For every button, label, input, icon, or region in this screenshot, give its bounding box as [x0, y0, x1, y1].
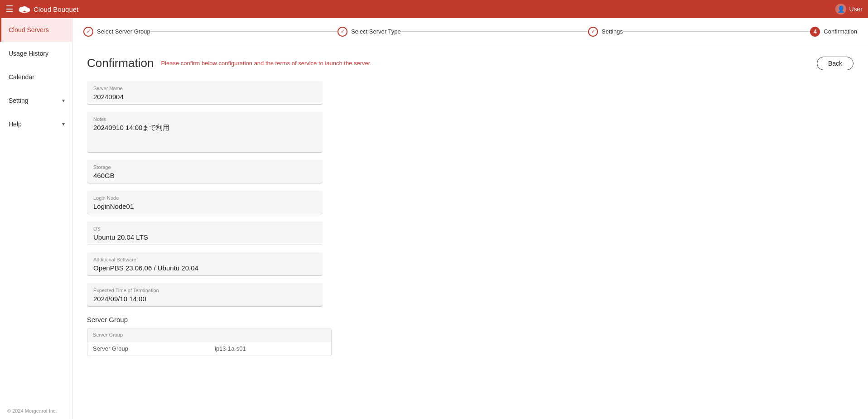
- step-settings: ✓ Settings: [588, 27, 623, 37]
- form-section: Server Name 20240904 Notes 20240910 14:0…: [87, 81, 323, 307]
- table-data-col2: ip13-1a-s01: [209, 342, 331, 356]
- step-select-server-type: ✓ Select Server Type: [338, 27, 401, 37]
- field-label-expected-time: Expected Time of Termination: [93, 288, 316, 293]
- field-label-server-name: Server Name: [93, 86, 316, 91]
- step-check-icon-2: ✓: [338, 27, 347, 37]
- page-title: Confirmation: [87, 56, 154, 70]
- brand-logo-icon: [18, 5, 31, 14]
- field-label-notes: Notes: [93, 116, 316, 122]
- sidebar-item-label-cloud-servers: Cloud Servers: [9, 26, 49, 34]
- field-value-expected-time: 2024/09/10 14:00: [93, 295, 316, 303]
- app-body: Cloud Servers Usage History Calendar Set…: [0, 18, 868, 419]
- step-connector-3: [623, 31, 810, 32]
- field-group-os: OS Ubuntu 20.04 LTS: [87, 222, 323, 245]
- field-group-notes: Notes 20240910 14:00まで利用: [87, 112, 323, 153]
- field-label-os: OS: [93, 226, 316, 231]
- table-data-row: Server Group ip13-1a-s01: [87, 342, 331, 356]
- field-value-additional-software: OpenPBS 23.06.06 / Ubuntu 20.04: [93, 264, 316, 272]
- sidebar-item-calendar[interactable]: Calendar: [0, 65, 72, 89]
- sidebar-item-help[interactable]: Help ▾: [0, 112, 72, 136]
- field-value-storage: 460GB: [93, 172, 316, 179]
- sidebar-item-setting[interactable]: Setting ▾: [0, 89, 72, 112]
- field-value-os: Ubuntu 20.04 LTS: [93, 233, 316, 241]
- page-content: Confirmation Please confirm below config…: [72, 45, 868, 419]
- step-label-4: Confirmation: [824, 28, 857, 35]
- sidebar-item-label-calendar: Calendar: [9, 73, 34, 81]
- step-number-icon-4: 4: [810, 27, 820, 37]
- field-group-expected-time: Expected Time of Termination 2024/09/10 …: [87, 283, 323, 307]
- step-select-server-group: ✓ Select Server Group: [83, 27, 150, 37]
- field-label-login-node: Login Node: [93, 195, 316, 201]
- step-label-3: Settings: [602, 28, 623, 35]
- sidebar-item-label-help: Help: [9, 120, 22, 128]
- topbar: ☰ Cloud Bouquet 👤 User: [0, 0, 868, 18]
- field-label-storage: Storage: [93, 164, 316, 170]
- svg-point-4: [24, 11, 25, 12]
- step-connector-1: [150, 31, 338, 32]
- page-subtitle: Please confirm below configuration and t…: [161, 60, 371, 67]
- sidebar-item-label-usage-history: Usage History: [9, 50, 48, 57]
- field-label-additional-software: Additional Software: [93, 257, 316, 262]
- chevron-down-icon-setting: ▾: [62, 97, 65, 104]
- main-area: ✓ Select Server Group ✓ Select Server Ty…: [72, 18, 868, 419]
- copyright-text: © 2024 Morgenrot Inc.: [7, 408, 57, 414]
- back-button[interactable]: Back: [817, 57, 854, 70]
- field-group-server-name: Server Name 20240904: [87, 81, 323, 105]
- field-group-storage: Storage 460GB: [87, 160, 323, 183]
- sidebar-footer: © 2024 Morgenrot Inc.: [0, 403, 72, 419]
- field-group-login-node: Login Node LoginNode01: [87, 191, 323, 214]
- brand: Cloud Bouquet: [18, 5, 78, 14]
- step-check-icon-1: ✓: [83, 27, 93, 37]
- sidebar-item-usage-history[interactable]: Usage History: [0, 42, 72, 65]
- sidebar: Cloud Servers Usage History Calendar Set…: [0, 18, 72, 419]
- hamburger-icon[interactable]: ☰: [5, 4, 14, 14]
- step-confirmation: 4 Confirmation: [810, 27, 857, 37]
- table-header-row: Server Group: [87, 328, 331, 342]
- step-label-1: Select Server Group: [97, 28, 150, 35]
- server-group-section-title: Server Group: [87, 316, 854, 323]
- table-header-col2: [209, 328, 331, 341]
- table-header-col1: Server Group: [87, 328, 209, 341]
- topbar-left: ☰ Cloud Bouquet: [5, 4, 78, 14]
- page-header: Confirmation Please confirm below config…: [87, 56, 854, 70]
- sidebar-item-label-setting: Setting: [9, 97, 29, 104]
- field-value-login-node: LoginNode01: [93, 202, 316, 210]
- step-connector-2: [401, 31, 588, 32]
- steps-bar: ✓ Select Server Group ✓ Select Server Ty…: [72, 18, 868, 45]
- server-group-table: Server Group Server Group ip13-1a-s01: [87, 328, 332, 356]
- brand-name: Cloud Bouquet: [34, 5, 78, 13]
- page-title-row: Confirmation Please confirm below config…: [87, 56, 371, 70]
- sidebar-item-cloud-servers[interactable]: Cloud Servers: [0, 18, 72, 42]
- table-data-col1: Server Group: [87, 342, 209, 356]
- user-menu[interactable]: 👤 User: [835, 4, 863, 14]
- user-label: User: [849, 5, 863, 13]
- field-value-server-name: 20240904: [93, 93, 316, 101]
- step-label-2: Select Server Type: [351, 28, 401, 35]
- field-group-additional-software: Additional Software OpenPBS 23.06.06 / U…: [87, 252, 323, 276]
- step-check-icon-3: ✓: [588, 27, 598, 37]
- field-value-notes: 20240910 14:00まで利用: [93, 124, 316, 132]
- user-icon: 👤: [835, 4, 846, 14]
- chevron-down-icon-help: ▾: [62, 121, 65, 127]
- svg-point-3: [22, 6, 27, 10]
